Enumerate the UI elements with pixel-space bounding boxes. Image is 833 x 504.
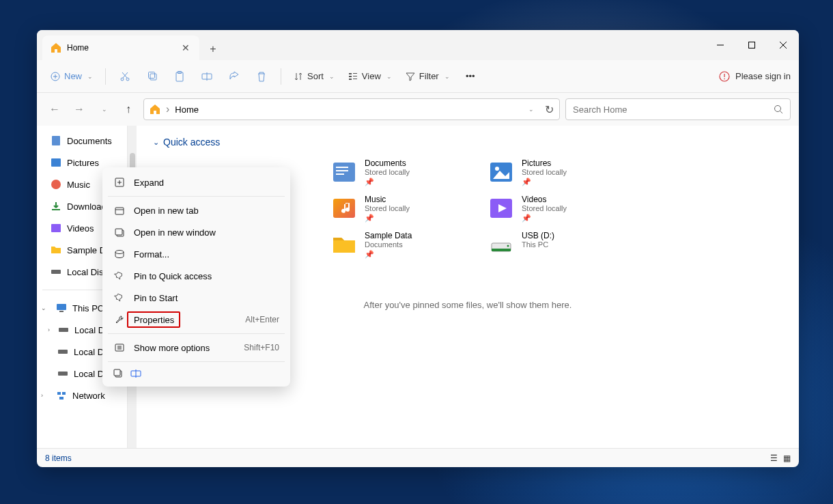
details-view-button[interactable]: ☰ (770, 453, 778, 463)
folder-item[interactable]: Music Stored locally 📌 (330, 195, 474, 223)
context-menu-item[interactable]: Show more options Shift+F10 (107, 337, 286, 359)
svg-rect-35 (59, 328, 68, 332)
folder-item[interactable]: Sample Data Documents 📌 (330, 231, 474, 259)
sidebar-item-network[interactable]: ›Network (37, 384, 127, 406)
sidebar-item-documents[interactable]: Documents (37, 130, 127, 152)
signin-prompt[interactable]: Please sign in (719, 71, 791, 82)
sort-button[interactable]: Sort ⌄ (288, 66, 340, 87)
search-input[interactable] (573, 104, 774, 115)
chevron-down-icon: ⌄ (87, 73, 93, 80)
disk-icon (58, 324, 69, 335)
context-menu-item[interactable]: Pin to Quick access (107, 265, 286, 287)
svg-rect-31 (51, 224, 61, 232)
rename-icon[interactable] (130, 367, 142, 380)
chevron-down-icon[interactable]: ⌄ (41, 305, 48, 311)
search-box[interactable] (565, 98, 791, 120)
folder-item[interactable]: USB (D:) This PC (488, 231, 631, 259)
rename-button[interactable] (195, 66, 219, 87)
up-button[interactable]: ↑ (119, 100, 138, 119)
folder-location: Stored locally (365, 168, 410, 176)
window-icon (113, 226, 126, 238)
delete-button[interactable] (249, 66, 274, 87)
forward-button[interactable]: → (70, 100, 89, 119)
folder-item[interactable]: Videos Stored locally 📌 (488, 195, 631, 223)
quick-access-header[interactable]: ⌄ Quick access (153, 137, 782, 148)
new-tab-button[interactable]: + (202, 38, 224, 60)
folder-icon (488, 158, 515, 186)
svg-point-59 (115, 251, 124, 254)
menu-label: Pin to Start (134, 293, 279, 303)
svg-point-26 (775, 106, 781, 112)
svg-rect-34 (59, 311, 63, 312)
trash-icon (257, 71, 266, 82)
context-menu-item[interactable]: Format... (107, 243, 286, 265)
menu-label: Format... (134, 249, 279, 260)
svg-rect-28 (52, 136, 60, 145)
disk-icon (57, 368, 68, 379)
svg-line-10 (122, 72, 127, 78)
minimize-button[interactable] (705, 30, 736, 60)
copy-button[interactable] (140, 66, 165, 87)
breadcrumb[interactable]: Home (175, 104, 522, 115)
paste-icon (175, 71, 184, 82)
statusbar: 8 items ☰ ▦ (37, 448, 799, 467)
back-button[interactable]: ← (45, 100, 64, 119)
svg-rect-11 (150, 74, 156, 80)
pin-icon: 📌 (522, 214, 567, 223)
home-icon (150, 104, 160, 115)
svg-point-51 (507, 245, 509, 247)
svg-rect-37 (58, 372, 68, 376)
folder-location: Stored locally (365, 204, 410, 212)
folder-location: Stored locally (522, 168, 567, 176)
svg-rect-18 (349, 76, 352, 77)
chevron-right-icon[interactable]: › (48, 326, 50, 333)
svg-rect-20 (353, 73, 357, 74)
recent-button[interactable]: ⌄ (94, 100, 113, 119)
svg-point-7 (121, 78, 124, 81)
context-menu-item[interactable]: Open in new tab (107, 199, 286, 221)
tab-close-button[interactable]: ✕ (180, 42, 191, 53)
context-menu-item[interactable]: Expand (107, 171, 286, 193)
view-button[interactable]: View ⌄ (343, 66, 397, 87)
format-icon (113, 248, 126, 260)
refresh-button[interactable]: ↻ (545, 103, 554, 116)
filter-icon (406, 72, 415, 81)
pin-icon: 📌 (365, 214, 410, 223)
menu-label: Open in new window (134, 227, 279, 238)
view-icon (348, 72, 358, 81)
filter-button[interactable]: Filter ⌄ (400, 66, 455, 87)
chevron-right-icon[interactable]: › (41, 392, 48, 399)
maximize-button[interactable] (736, 30, 767, 60)
rename-icon (201, 71, 212, 82)
address-bar[interactable]: › Home ⌄ ↻ (143, 98, 560, 120)
doc-icon (51, 135, 61, 146)
context-menu-item[interactable]: Properties Alt+Enter (107, 309, 286, 331)
close-button[interactable] (767, 30, 799, 60)
folder-item[interactable]: Pictures Stored locally 📌 (488, 158, 631, 186)
folder-name: Sample Data (365, 231, 412, 240)
menu-label: Show more options (134, 343, 236, 353)
cut-button[interactable] (113, 66, 137, 87)
context-menu-item[interactable]: Open in new window (107, 221, 286, 243)
toolbar: New ⌄ Sort ⌄ View ⌄ Filter ⌄ ••• Please (37, 60, 799, 93)
copy-icon[interactable] (112, 367, 124, 380)
icons-view-button[interactable]: ▦ (783, 453, 791, 463)
svg-rect-39 (62, 392, 66, 395)
folder-item[interactable]: Documents Stored locally 📌 (330, 158, 474, 186)
folder-name: Documents (365, 158, 410, 168)
folder-icon (488, 195, 515, 222)
folder-icon (51, 244, 61, 255)
tab-home[interactable]: Home ✕ (42, 36, 199, 60)
menu-label: Properties (134, 315, 237, 325)
svg-rect-32 (51, 270, 61, 274)
folder-icon (330, 231, 358, 258)
more-button[interactable]: ••• (458, 66, 483, 87)
share-button[interactable] (222, 66, 246, 87)
context-menu-item[interactable]: Pin to Start (107, 287, 286, 309)
home-icon (51, 42, 61, 53)
chevron-down-icon[interactable]: ⌄ (528, 106, 534, 113)
svg-rect-65 (114, 369, 120, 376)
svg-rect-22 (353, 79, 357, 79)
new-button[interactable]: New ⌄ (45, 66, 98, 87)
paste-button[interactable] (167, 66, 192, 87)
